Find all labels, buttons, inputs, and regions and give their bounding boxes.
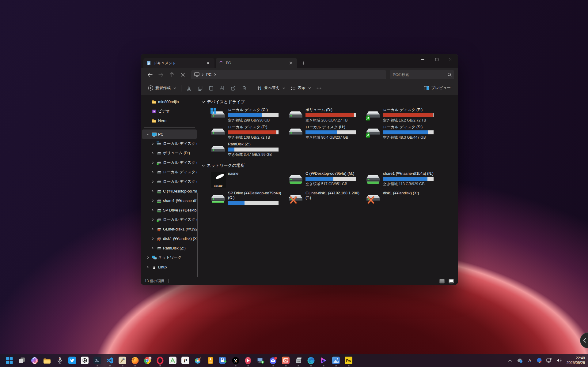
clock[interactable]: 22:48 2025/05/26 <box>567 356 585 365</box>
tray-app-icon[interactable] <box>535 355 544 366</box>
sidebar-item-nero[interactable]: Nero <box>142 116 197 125</box>
chevron-right-icon[interactable] <box>150 180 155 183</box>
drive-tile-c-desktop-oo79b4u-m[interactable]: C (¥¥Desktop-oo79b4u) (M:)空き領域 517 GB/95… <box>286 170 364 189</box>
chevron-right-icon[interactable] <box>150 171 155 174</box>
sidebar-scrollbar[interactable] <box>197 193 198 277</box>
new-tab-button[interactable] <box>298 58 309 68</box>
search-input[interactable] <box>393 73 447 77</box>
taskbar-icon-photos[interactable] <box>330 354 342 367</box>
share-button[interactable] <box>228 83 239 93</box>
delete-button[interactable] <box>239 83 250 93</box>
taskbar-icon-dev-terminal[interactable] <box>91 354 104 367</box>
taskbar-icon-media-player[interactable] <box>242 354 254 367</box>
taskbar-icon-voice-recorder[interactable] <box>53 354 66 367</box>
taskbar-icon-sketch-app[interactable] <box>116 354 129 367</box>
taskbar-icon-vscode[interactable] <box>104 354 116 367</box>
edge-panel-handle[interactable] <box>580 332 588 348</box>
taskbar-icon-twitter[interactable] <box>66 354 78 367</box>
details-view-button[interactable] <box>438 278 446 284</box>
paste-button[interactable] <box>206 83 217 93</box>
drive-tile-e[interactable]: ローカル ディスク (E:)空き領域 16.2 GB/2.72 TB <box>364 107 442 124</box>
rename-button[interactable] <box>217 83 228 93</box>
drive-tile-share1-nasne-df1b4a-n[interactable]: share1 (¥¥nasne-df1b4a) (N:)空き領域 113 GB/… <box>364 170 442 189</box>
taskbar-icon-chatgpt[interactable] <box>78 354 91 367</box>
taskbar-icon-firefox[interactable] <box>129 354 141 367</box>
sidebar-item-d[interactable]: ボリューム (D:) <box>142 148 197 158</box>
tray-cloud-info-icon[interactable]: i <box>516 355 524 366</box>
sidebar-item-e[interactable]: ローカル ディスク (E:) <box>142 158 197 167</box>
tray-chevron-up-icon[interactable] <box>506 355 514 366</box>
tab-close-icon[interactable] <box>287 60 294 66</box>
chevron-right-icon[interactable] <box>145 266 150 268</box>
search-icon[interactable] <box>447 73 452 77</box>
taskbar-icon-opera[interactable] <box>154 354 166 367</box>
sidebar-item-linux[interactable]: Linux <box>142 262 197 272</box>
taskbar-icon-edge[interactable] <box>305 354 317 367</box>
taskbar-icon-copilot[interactable] <box>28 354 41 367</box>
chevron-down-icon[interactable] <box>145 133 150 136</box>
taskbar-icon-task-view[interactable] <box>16 354 28 367</box>
back-button[interactable] <box>145 70 155 79</box>
sidebar-item-s[interactable]: ローカル ディスク (S:) <box>142 215 197 224</box>
cut-button[interactable] <box>184 83 195 93</box>
network-icon[interactable] <box>545 355 554 366</box>
minimize-button[interactable] <box>415 54 430 65</box>
more-options-button[interactable] <box>314 83 324 93</box>
sidebar-item-f[interactable]: ローカル ディスク (F:) <box>142 167 197 177</box>
sidebar-item-c[interactable]: ローカル ディスク (C:) <box>142 139 197 148</box>
taskbar-icon-remote-desktop[interactable] <box>254 354 267 367</box>
chevron-right-icon[interactable] <box>150 161 155 164</box>
chevron-right-icon[interactable] <box>150 199 155 202</box>
maximize-button[interactable] <box>430 54 444 65</box>
chevron-right-icon[interactable] <box>150 190 155 193</box>
drive-tile-disk1-landisk-x[interactable]: disk1 (¥¥landisk) (X:) <box>364 190 442 209</box>
taskbar-icon-secure-vpn[interactable] <box>217 354 229 367</box>
volume-icon[interactable] <box>555 355 563 366</box>
chevron-right-icon[interactable] <box>150 152 155 155</box>
chevron-right-icon[interactable] <box>150 237 155 240</box>
chevron-right-icon[interactable] <box>145 256 150 259</box>
taskbar-icon-app-a-green[interactable] <box>166 354 179 367</box>
large-icons-view-button[interactable] <box>447 278 455 284</box>
taskbar-icon-file-explorer[interactable] <box>41 354 53 367</box>
breadcrumb-pc[interactable]: PC <box>206 73 212 77</box>
sidebar-item-item[interactable]: ネットワーク <box>142 253 197 262</box>
taskbar-icon-photos-orange[interactable] <box>279 354 292 367</box>
sidebar-item-share1-nasne-df1b4a-n[interactable]: share1 (¥¥nasne-df1b4a) (N:) <box>142 196 197 205</box>
chevron-right-icon[interactable] <box>150 228 155 230</box>
new-button[interactable]: 新規作成 <box>145 83 179 93</box>
drive-tile-s[interactable]: ローカル ディスク (S:)空き領域 48.3 GB/447 GB <box>364 124 442 141</box>
chevron-right-icon[interactable] <box>150 209 155 212</box>
chevron-right-icon[interactable] <box>150 218 155 221</box>
copy-button[interactable] <box>195 83 206 93</box>
section-header-network[interactable]: ネットワークの場所 <box>202 162 455 169</box>
taskbar-icon-x-app[interactable]: X <box>229 354 242 367</box>
taskbar-icon-fireworks[interactable]: Fw <box>342 354 355 367</box>
sidebar-item-disk1-landisk-x[interactable]: disk1 (¥¥landisk) (X:) <box>142 234 197 243</box>
taskbar-icon-start[interactable] <box>3 354 16 367</box>
ime-indicator[interactable]: A <box>525 355 534 366</box>
drive-tile-f[interactable]: ローカル ディスク (F:)空き領域 108 GB/2.72 TB <box>209 124 286 141</box>
chevron-right-icon[interactable] <box>150 247 155 249</box>
taskbar-icon-hardware-monitor[interactable] <box>292 354 305 367</box>
taskbar-icon-script-app[interactable]: P <box>179 354 192 367</box>
tab-pc[interactable]: PC <box>216 58 297 68</box>
taskbar-icon-chrome[interactable] <box>141 354 154 367</box>
taskbar-icon-notes-app[interactable] <box>204 354 217 367</box>
drive-tile-nasne[interactable]: nasnenasne <box>209 170 286 189</box>
sidebar-item-pc[interactable]: PC <box>142 129 197 139</box>
view-button[interactable]: 表示 <box>288 83 314 93</box>
chevron-right-icon[interactable] <box>150 142 155 145</box>
sidebar-item-sp-drive-desktop-oo79b4u-o[interactable]: SP Drive (¥¥Desktop-oo79b4u) (O:) <box>142 205 197 215</box>
sidebar-item-c-desktop-oo79b4u-m[interactable]: C (¥¥Desktop-oo79b4u) (M:) <box>142 186 197 196</box>
drive-tile-h[interactable]: ローカル ディスク (H:)空き領域 90.4 GB/237 GB <box>286 124 364 141</box>
forward-button[interactable] <box>156 70 166 79</box>
drive-tile-glinet-disk1-192-168-1-200-t[interactable]: GLinet-disk1 (¥¥192.168.1.200) (T:) <box>286 190 364 209</box>
taskbar-icon-prism-r-app[interactable]: R <box>317 354 330 367</box>
preview-button[interactable]: プレビュー <box>421 83 453 93</box>
tab-close-icon[interactable] <box>205 60 211 66</box>
section-header-devices[interactable]: デバイスとドライブ <box>202 98 455 106</box>
close-button[interactable] <box>444 54 458 65</box>
stop-refresh-button[interactable] <box>178 70 188 79</box>
sidebar-item-h[interactable]: ローカル ディスク (H:) <box>142 177 197 186</box>
